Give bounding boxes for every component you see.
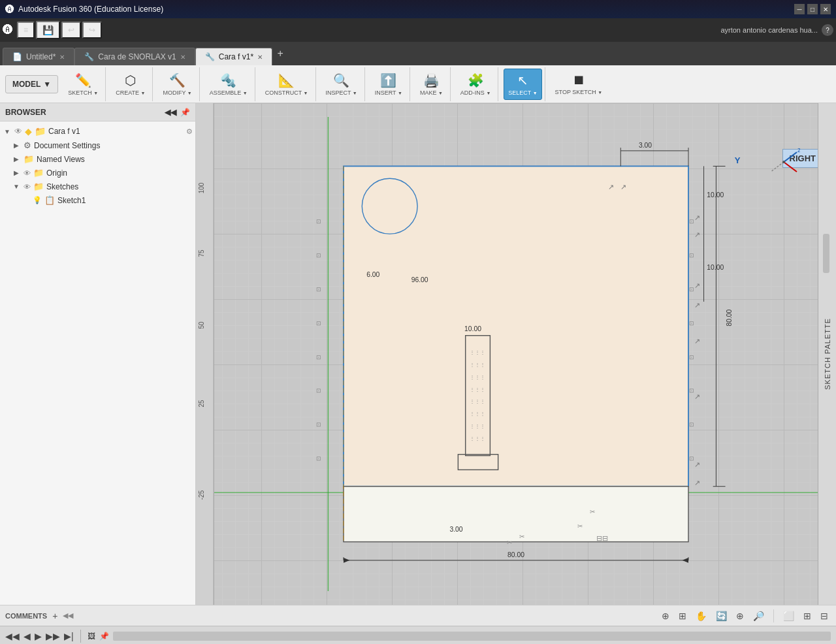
addins-tool-button[interactable]: 🧩 ADD-INS ▼ — [456, 69, 495, 100]
tree-expand-root[interactable]: ▼ — [3, 128, 12, 135]
pan-button[interactable]: ✋ — [693, 609, 709, 622]
docsettings-icon: ⚙ — [24, 140, 31, 150]
tree-expand-origin[interactable]: ▶ — [12, 169, 21, 176]
assemble-tool-button[interactable]: 🔩 ASSEMBLE ▼ — [205, 69, 252, 100]
create-icon: ⬡ — [125, 72, 136, 88]
svg-text:50: 50 — [198, 321, 205, 329]
toolbar: MODEL ▼ ✏️ SKETCH ▼ ⬡ CREATE ▼ 🔨 MODIFY … — [0, 65, 836, 103]
make-tool-button[interactable]: 🖨️ MAKE ▼ — [415, 69, 447, 100]
svg-text:✂: ✂ — [507, 539, 512, 546]
window-controls[interactable]: ─ □ ✕ — [794, 4, 831, 14]
tab-close-cara[interactable]: ✕ — [257, 54, 263, 61]
sketch1-lightbulb[interactable]: 💡 — [33, 196, 42, 204]
sketch-svg[interactable]: ⊡ ⊡ ⊡ ⊡ ⊡ ⊡ ⊡ ⊡ ⊡ ⊡ ⊡ ⊡ ⊡ ⊡ ⊡ ⊡ — [214, 103, 818, 605]
settings-icon[interactable]: ⚙ — [186, 127, 193, 136]
construct-tool-button[interactable]: 📐 CONSTRUCT ▼ — [261, 69, 313, 100]
browser-header: BROWSER ◀◀ 📌 — [0, 103, 195, 121]
modify-tool-button[interactable]: 🔨 MODIFY ▼ — [158, 69, 196, 100]
tab-icon: 📄 — [12, 52, 22, 61]
stop-sketch-icon: ⏹ — [572, 72, 585, 88]
tree-label-sketches: Sketches — [46, 182, 78, 191]
tree-item-root[interactable]: ▼ 👁 ◆ 📁 Cara f v1 ⚙ — [0, 124, 195, 138]
tree-item-origin[interactable]: ▶ 👁 📁 Origin — [0, 166, 195, 180]
origin-eyeicon[interactable]: 👁 — [24, 169, 31, 177]
timeline-track[interactable] — [113, 632, 831, 641]
tree-item-sketches[interactable]: ▼ 👁 📁 Sketches — [0, 180, 195, 193]
orbit-button[interactable]: 🔄 — [713, 609, 730, 622]
tree-label-root: Cara f v1 — [48, 127, 80, 136]
insert-tool-button[interactable]: ⬆️ INSERT ▼ — [370, 69, 407, 100]
timeline-thumbnail-button[interactable]: 🖼 — [88, 632, 95, 641]
svg-text:⊡: ⊡ — [689, 353, 694, 361]
tab-untitled[interactable]: 📄 Untitled* ✕ — [3, 48, 74, 65]
minimize-button[interactable]: ─ — [794, 4, 805, 14]
svg-text:⋮⋮⋮: ⋮⋮⋮ — [470, 362, 485, 368]
add-comment-button[interactable]: + — [50, 609, 60, 622]
tree-label-sketch1: Sketch1 — [57, 196, 86, 205]
create-tool-button[interactable]: ⬡ CREATE ▼ — [111, 69, 150, 100]
tree-expand-sketches[interactable]: ▼ — [12, 183, 21, 190]
svg-text:⋮⋮⋮: ⋮⋮⋮ — [470, 387, 485, 393]
grid-settings-button[interactable]: ⊟ — [818, 609, 831, 622]
timeline-end-button[interactable]: ▶| — [64, 631, 74, 641]
svg-rect-9 — [344, 487, 688, 542]
svg-line-69 — [771, 162, 784, 172]
timeline-pin-button[interactable]: 📌 — [99, 632, 109, 641]
select-tool-button[interactable]: ↖ SELECT ▼ — [504, 69, 541, 100]
vertical-ruler: 100 75 50 25 -25 — [196, 103, 214, 605]
pin-browser-icon[interactable]: 📌 — [180, 108, 190, 117]
app-logo: 🅐 — [3, 24, 13, 36]
insert-icon: ⬆️ — [380, 72, 396, 88]
display-settings-button[interactable]: ⊞ — [801, 609, 814, 622]
tab-snorlax[interactable]: 🔧 Cara de SNORLAX v1 ✕ — [74, 48, 195, 65]
canvas-area[interactable]: 100 75 50 25 -25 ⊡ — [196, 103, 836, 605]
undo-button[interactable]: ↩ — [61, 22, 81, 39]
toolbar-group-construct: 📐 CONSTRUCT ▼ — [258, 67, 316, 101]
tab-cara[interactable]: 🔧 Cara f v1* ✕ — [195, 48, 272, 65]
close-button[interactable]: ✕ — [820, 4, 831, 14]
stop-sketch-button[interactable]: ⏹ STOP SKETCH ▼ — [551, 69, 607, 100]
zoom-fit-button[interactable]: ⊕ — [733, 609, 747, 622]
svg-text:⋮⋮⋮: ⋮⋮⋮ — [470, 374, 485, 380]
tree-label-docsettings: Document Settings — [34, 141, 100, 150]
new-tab-button[interactable]: + — [272, 46, 288, 61]
tree-item-sketch1[interactable]: 💡 📋 Sketch1 — [0, 193, 195, 207]
sketch-tool-button[interactable]: ✏️ SKETCH ▼ — [63, 69, 103, 100]
tab-close-snorlax[interactable]: ✕ — [180, 54, 185, 61]
model-mode-button[interactable]: MODEL ▼ — [5, 75, 58, 93]
root-eyeicon[interactable]: 👁 — [14, 127, 22, 136]
svg-text:⊡: ⊡ — [689, 217, 694, 225]
zoom-window-button[interactable]: 🔎 — [750, 609, 767, 622]
redo-button[interactable]: ↪ — [82, 22, 102, 39]
svg-text:⊡: ⊡ — [689, 421, 694, 428]
collapse-comments-icon[interactable]: ◀◀ — [63, 611, 73, 620]
timeline-play-button[interactable]: ▶ — [35, 631, 42, 641]
sketches-eyeicon[interactable]: 👁 — [24, 183, 31, 191]
svg-text:⊡: ⊡ — [316, 251, 321, 259]
svg-text:⊡: ⊡ — [316, 353, 321, 361]
svg-text:Z: Z — [797, 147, 800, 153]
tree-expand-docsettings[interactable]: ▶ — [12, 142, 21, 149]
svg-marker-64 — [344, 558, 349, 563]
view-cube-button[interactable]: ⬜ — [780, 609, 797, 622]
grid-snap-button[interactable]: ⊞ — [676, 609, 689, 622]
save-button[interactable]: 💾 — [36, 21, 60, 39]
tab-close-untitled[interactable]: ✕ — [59, 54, 65, 61]
tree-item-docsettings[interactable]: ▶ ⚙ Document Settings — [0, 138, 195, 152]
timeline-rewind-button[interactable]: ◀◀ — [5, 631, 20, 641]
maximize-button[interactable]: □ — [807, 4, 818, 14]
sketch-palette-scrollbar[interactable] — [823, 234, 829, 273]
tree-expand-namedviews[interactable]: ▶ — [12, 155, 21, 163]
timeline-next-button[interactable]: ▶▶ — [46, 631, 60, 641]
snap-button[interactable]: ⊕ — [659, 609, 672, 622]
sketch-icon: ✏️ — [75, 72, 91, 88]
hamburger-menu[interactable]: ≡ — [17, 22, 35, 39]
tree-item-namedviews[interactable]: ▶ 📁 Named Views — [0, 152, 195, 166]
help-icon[interactable]: ? — [822, 24, 833, 36]
collapse-browser-icon[interactable]: ◀◀ — [165, 108, 176, 117]
sketches-icon: 📁 — [33, 182, 44, 191]
inspect-tool-button[interactable]: 🔍 INSPECT ▼ — [321, 69, 362, 100]
timeline-prev-button[interactable]: ◀ — [24, 631, 31, 641]
sketch-palette-panel[interactable]: SKETCH PALETTE — [818, 103, 836, 605]
sketch1-icon: 📋 — [44, 195, 55, 205]
